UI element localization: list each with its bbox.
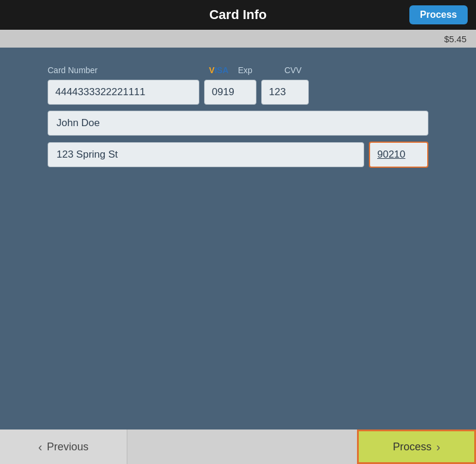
amount-display: $5.45 [444, 34, 466, 44]
visa-icon: VISA [196, 65, 232, 75]
process-arrow-icon: › [436, 440, 440, 454]
field-labels-row: Card Number VISA Exp CVV [48, 65, 428, 75]
process-button-footer[interactable]: Process › [357, 429, 476, 464]
header-bar: Card Info Process [0, 0, 476, 30]
address-input[interactable] [48, 142, 364, 167]
card-number-input[interactable] [48, 80, 199, 105]
exp-input[interactable] [204, 80, 256, 105]
cvv-input[interactable] [261, 80, 309, 105]
main-content: Card Number VISA Exp CVV [0, 48, 476, 429]
card-number-row [48, 80, 428, 105]
footer-bar: ‹ Previous Process › [0, 429, 476, 464]
previous-arrow-icon: ‹ [38, 440, 42, 454]
address-row [48, 142, 428, 168]
zip-input[interactable] [369, 142, 428, 168]
sub-header: $5.45 [0, 30, 476, 48]
page-title: Card Info [209, 7, 267, 23]
card-form: Card Number VISA Exp CVV [48, 65, 428, 168]
previous-button[interactable]: ‹ Previous [0, 429, 127, 464]
previous-button-label: Previous [47, 441, 89, 453]
name-row [48, 111, 428, 136]
card-number-label: Card Number [48, 65, 196, 75]
exp-label: Exp [232, 65, 280, 75]
name-input[interactable] [48, 111, 428, 136]
process-button-footer-label: Process [393, 441, 431, 453]
cvv-label: CVV [280, 65, 327, 75]
process-button-header[interactable]: Process [409, 5, 468, 24]
footer-spacer [127, 429, 357, 464]
